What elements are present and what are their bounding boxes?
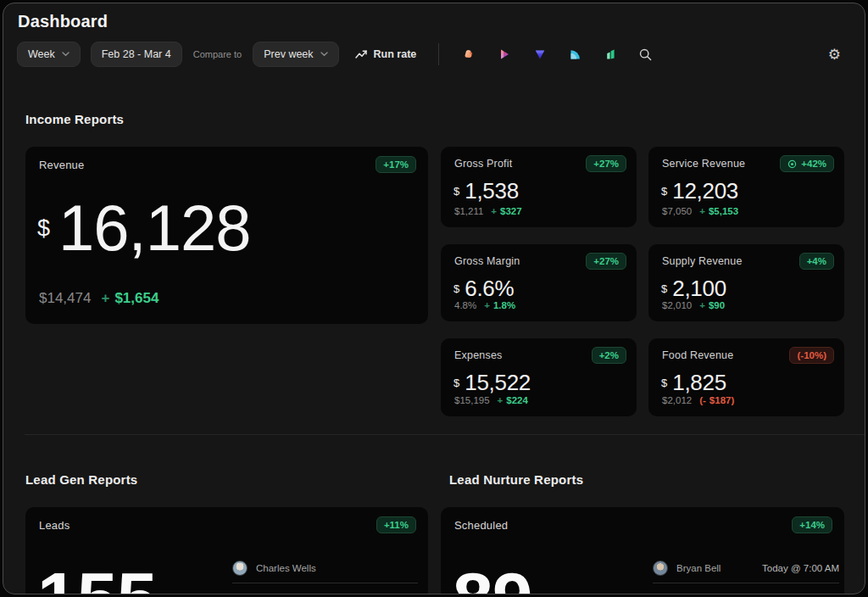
person-name: Bryan Bell xyxy=(676,563,721,573)
currency-symbol: $ xyxy=(453,185,459,198)
appointment-time: Today @ 7:00 AM xyxy=(762,563,839,573)
currency-symbol: $ xyxy=(453,282,459,295)
lead-nurture-reports-heading: Lead Nurture Reports xyxy=(449,472,583,487)
dashboard-window: Dashboard Week Feb 28 - Mar 4 Compare to… xyxy=(3,3,865,594)
value-number: 12,203 xyxy=(672,180,738,202)
comparison-row: $7,050 + $5,153 xyxy=(662,206,738,216)
badge-label: +27% xyxy=(593,256,619,266)
person-row[interactable]: Bryan Bell Today @ 7:00 AM xyxy=(653,553,839,583)
value-number: 1,825 xyxy=(672,371,726,393)
badge-label: +2% xyxy=(599,350,619,360)
compare-period-label: Prev week xyxy=(264,48,313,60)
change-badge: +42% xyxy=(780,155,834,172)
date-range-label: Feb 28 - Mar 4 xyxy=(102,48,171,60)
change-badge: (-10%) xyxy=(789,347,834,364)
card-title: Supply Revenue xyxy=(662,255,743,267)
delta-value: $327 xyxy=(500,206,522,216)
value-number: 2,100 xyxy=(672,277,726,299)
page-title: Dashboard xyxy=(18,12,108,31)
run-rate-button[interactable]: Run rate xyxy=(354,47,417,61)
food-revenue-card[interactable]: Food Revenue (-10%) $ 1,825 $2,012 (- $1… xyxy=(648,338,844,416)
gross-margin-card[interactable]: Gross Margin +27% $ 6.6% 4.8% + 1.8% xyxy=(441,244,637,321)
change-badge: +27% xyxy=(586,155,626,172)
leads-card[interactable]: Leads +11% 155 Charles Wells xyxy=(25,507,428,594)
currency-symbol: $ xyxy=(37,215,50,242)
badge-label: +42% xyxy=(801,159,826,169)
funnel-chart-icon[interactable] xyxy=(532,47,548,62)
search-icon xyxy=(638,47,653,62)
supply-revenue-card[interactable]: Supply Revenue +4% $ 2,100 $2,010 + $90 xyxy=(648,244,844,321)
scheduled-card[interactable]: Scheduled +14% 89 Bryan Bell Today @ 7:0… xyxy=(441,507,844,594)
card-value: $ 15,522 xyxy=(453,371,531,393)
change-badge: +4% xyxy=(799,253,834,270)
delta-value: 1.8% xyxy=(493,300,515,310)
currency-symbol: $ xyxy=(661,282,667,295)
gross-profit-card[interactable]: Gross Profit +27% $ 1,538 $1,211 + $327 xyxy=(441,147,637,227)
comparison-row: $1,211 + $327 xyxy=(454,206,522,216)
delta-value: $224 xyxy=(506,395,528,405)
search-button[interactable] xyxy=(637,47,653,62)
award-icon xyxy=(787,159,797,169)
card-title: Revenue xyxy=(39,159,84,171)
badge-label: (-10%) xyxy=(797,350,826,360)
toolbar: Week Feb 28 - Mar 4 Compare to Prev week… xyxy=(17,41,853,68)
card-value: $ 1,825 xyxy=(661,371,726,393)
prism-chart-icon[interactable] xyxy=(497,47,512,62)
avatar xyxy=(653,561,668,576)
card-value: $ 12,203 xyxy=(661,180,738,202)
person-row[interactable]: Charles Wells xyxy=(232,553,418,583)
currency-symbol: $ xyxy=(661,185,667,198)
badge-label: +27% xyxy=(593,159,619,169)
comparison-row: $2,010 + $90 xyxy=(662,300,725,310)
delta-sign: + xyxy=(484,300,490,310)
badge-label: +17% xyxy=(383,159,409,170)
badge-label: +11% xyxy=(384,520,409,530)
card-title: Scheduled xyxy=(454,519,508,532)
card-title: Gross Margin xyxy=(454,255,520,267)
card-title: Gross Profit xyxy=(454,158,512,170)
income-reports-heading: Income Reports xyxy=(25,112,124,126)
card-title: Expenses xyxy=(454,349,503,361)
card-title: Leads xyxy=(39,519,70,532)
bar-chart-icon[interactable] xyxy=(604,47,619,62)
card-value: $ 1,538 xyxy=(453,180,519,202)
expenses-card[interactable]: Expenses +2% $ 15,522 $15,195 + $224 xyxy=(441,338,637,416)
compare-period-dropdown[interactable]: Prev week xyxy=(253,42,338,67)
value-number: 6.6% xyxy=(465,277,514,299)
date-range-button[interactable]: Feb 28 - Mar 4 xyxy=(91,42,182,67)
leads-count: 155 xyxy=(37,561,157,594)
section-divider xyxy=(25,434,865,435)
comparison-row: $14,474 + $1,654 xyxy=(39,290,159,307)
comparison-row: $2,012 (- $187) xyxy=(662,395,734,405)
card-title: Food Revenue xyxy=(662,349,733,361)
pie-chart-icon[interactable] xyxy=(568,47,583,62)
badge-label: +4% xyxy=(807,256,826,266)
period-dropdown[interactable]: Week xyxy=(17,42,81,67)
value-number: 1,538 xyxy=(465,180,519,202)
scheduled-count: 89 xyxy=(453,561,532,594)
previous-value: $1,211 xyxy=(454,206,483,216)
period-dropdown-label: Week xyxy=(28,48,55,60)
delta-sign: + xyxy=(699,206,705,216)
revenue-card[interactable]: Revenue +17% $ 16,128 $14,474 + $1,654 xyxy=(25,147,428,324)
chevron-down-icon xyxy=(320,52,328,57)
chevron-down-icon xyxy=(62,52,70,57)
previous-value: $2,010 xyxy=(662,300,692,310)
currency-symbol: $ xyxy=(453,377,459,389)
toolbar-divider xyxy=(438,43,439,65)
delta-sign: + xyxy=(101,290,109,307)
ribbon-chart-icon[interactable] xyxy=(461,47,476,62)
change-badge: +2% xyxy=(592,347,626,364)
compare-to-label: Compare to xyxy=(193,49,242,59)
value-number: 15,522 xyxy=(465,371,531,393)
card-value: $ 2,100 xyxy=(661,277,726,299)
service-revenue-card[interactable]: Service Revenue +42% $ 12,203 $7,050 + $… xyxy=(648,147,844,227)
previous-value: 4.8% xyxy=(454,300,476,310)
settings-button[interactable]: ⚙ xyxy=(828,47,841,62)
income-cards-grid: Gross Profit +27% $ 1,538 $1,211 + $327 … xyxy=(441,147,844,416)
card-value: $ 6.6% xyxy=(453,277,514,299)
trend-up-icon xyxy=(354,47,368,61)
currency-symbol: $ xyxy=(661,377,667,389)
previous-value: $2,012 xyxy=(662,395,692,405)
person-name: Charles Wells xyxy=(256,563,316,573)
